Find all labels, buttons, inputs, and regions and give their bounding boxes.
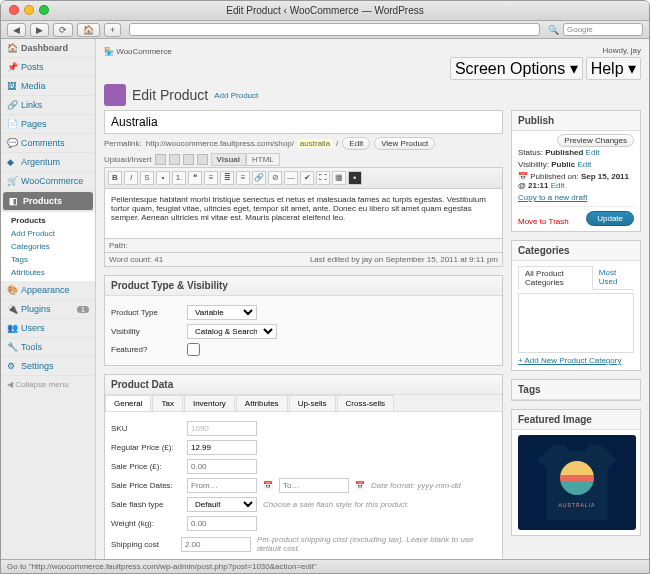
add-product-link[interactable]: Add Product	[214, 91, 258, 100]
copy-draft-link[interactable]: Copy to a new draft	[518, 193, 587, 202]
bold-button[interactable]: B	[108, 171, 122, 185]
align-left-button[interactable]: ≡	[204, 171, 218, 185]
pd-tab-general[interactable]: General	[105, 395, 151, 411]
browser-statusbar: Go to "http://woocommerce.faultpress.com…	[1, 559, 649, 573]
insert-image-button[interactable]: ▪	[348, 171, 362, 185]
menu-woocommerce[interactable]: 🛒WooCommerce	[1, 172, 95, 191]
menu-tools[interactable]: 🔧Tools	[1, 338, 95, 357]
browser-toolbar: ◀ ▶ ⟳ 🏠 + 🔍 Google	[1, 21, 649, 39]
menu-argentum[interactable]: ◆Argentum	[1, 153, 95, 172]
permalink-slug: australia	[298, 139, 332, 148]
ol-button[interactable]: 1.	[172, 171, 186, 185]
edit-visibility-link[interactable]: Edit	[577, 160, 591, 169]
add-button[interactable]: +	[104, 23, 121, 37]
product-title-input[interactable]	[104, 110, 503, 134]
featured-checkbox[interactable]	[187, 343, 200, 356]
forward-button[interactable]: ▶	[30, 23, 49, 37]
edit-status-link[interactable]: Edit	[586, 148, 600, 157]
permalink-edit-button[interactable]: Edit	[342, 137, 370, 150]
pd-tab-upsells[interactable]: Up-sells	[289, 395, 336, 411]
sale-flash-select[interactable]: Default	[187, 497, 257, 512]
product-type-select[interactable]: Variable	[187, 305, 257, 320]
sku-input[interactable]	[187, 421, 257, 436]
spell-button[interactable]: ✔	[300, 171, 314, 185]
menu-settings[interactable]: ⚙Settings	[1, 357, 95, 376]
link-button[interactable]: 🔗	[252, 171, 266, 185]
content-editor[interactable]: Pellentesque habitant morbi tristique se…	[104, 189, 503, 239]
submenu-products-all[interactable]: Products	[11, 214, 95, 227]
sale-from-input[interactable]	[187, 478, 257, 493]
browser-search[interactable]: Google	[563, 23, 643, 36]
add-image-icon[interactable]	[155, 154, 166, 165]
zoom-window-icon[interactable]	[39, 5, 49, 15]
pd-tab-attributes[interactable]: Attributes	[236, 395, 288, 411]
fullscreen-button[interactable]: ⛶	[316, 171, 330, 185]
submenu-categories[interactable]: Categories	[11, 240, 95, 253]
menu-products[interactable]: ◧Products	[3, 192, 93, 211]
close-window-icon[interactable]	[9, 5, 19, 15]
edit-date-link[interactable]: Edit	[551, 181, 565, 190]
pd-tab-crosssells[interactable]: Cross-sells	[337, 395, 395, 411]
back-button[interactable]: ◀	[7, 23, 26, 37]
menu-media[interactable]: 🖼Media	[1, 77, 95, 96]
minimize-window-icon[interactable]	[24, 5, 34, 15]
menu-dashboard[interactable]: 🏠Dashboard	[1, 39, 95, 58]
more-button[interactable]: ―	[284, 171, 298, 185]
calendar-icon[interactable]: 📅	[355, 481, 365, 490]
page-heading: Edit Product	[132, 87, 208, 103]
regular-price-input[interactable]	[187, 440, 257, 455]
view-product-button[interactable]: View Product	[374, 137, 435, 150]
kitchensink-button[interactable]: ▦	[332, 171, 346, 185]
featured-image-thumbnail[interactable]: AUSTRALIA	[518, 435, 636, 530]
cat-tab-most-used[interactable]: Most Used	[593, 266, 634, 289]
move-to-trash-link[interactable]: Move to Trash	[518, 217, 569, 226]
pd-tab-inventory[interactable]: Inventory	[184, 395, 235, 411]
editor-tab-visual[interactable]: Visual	[211, 153, 246, 166]
screen-options-toggle[interactable]: Screen Options ▾	[450, 57, 583, 80]
featured-image-heading: Featured Image	[512, 410, 640, 430]
adminbar-site[interactable]: 🏪 WooCommerce	[104, 47, 172, 56]
ul-button[interactable]: •	[156, 171, 170, 185]
shipping-cost-input[interactable]	[181, 537, 251, 552]
home-button[interactable]: 🏠	[77, 23, 100, 37]
submenu-attributes[interactable]: Attributes	[11, 266, 95, 279]
add-audio-icon[interactable]	[183, 154, 194, 165]
menu-users[interactable]: 👥Users	[1, 319, 95, 338]
pd-tab-tax[interactable]: Tax	[152, 395, 182, 411]
sale-price-input[interactable]	[187, 459, 257, 474]
visibility-select[interactable]: Catalog & Search	[187, 324, 277, 339]
align-center-button[interactable]: ≣	[220, 171, 234, 185]
menu-links[interactable]: 🔗Links	[1, 96, 95, 115]
add-video-icon[interactable]	[169, 154, 180, 165]
menu-plugins[interactable]: 🔌Plugins1	[1, 300, 95, 319]
italic-button[interactable]: I	[124, 171, 138, 185]
sale-to-input[interactable]	[279, 478, 349, 493]
align-right-button[interactable]: ≡	[236, 171, 250, 185]
admin-menu: 🏠Dashboard 📌Posts 🖼Media 🔗Links 📄Pages 💬…	[1, 39, 96, 559]
url-bar[interactable]	[129, 23, 540, 36]
strike-button[interactable]: S	[140, 171, 154, 185]
menu-appearance[interactable]: 🎨Appearance	[1, 281, 95, 300]
editor-tab-html[interactable]: HTML	[246, 153, 280, 166]
menu-posts[interactable]: 📌Posts	[1, 58, 95, 77]
menu-comments[interactable]: 💬Comments	[1, 134, 95, 153]
collapse-menu[interactable]: ◀ Collapse menu	[1, 376, 95, 393]
submenu-add-product[interactable]: Add Product	[11, 227, 95, 240]
add-new-category-link[interactable]: + Add New Product Category	[518, 356, 634, 365]
reload-button[interactable]: ⟳	[53, 23, 73, 37]
submenu-tags[interactable]: Tags	[11, 253, 95, 266]
unlink-button[interactable]: ⊘	[268, 171, 282, 185]
quote-button[interactable]: ❝	[188, 171, 202, 185]
preview-changes-button[interactable]: Preview Changes	[557, 134, 634, 147]
add-media-icon[interactable]	[197, 154, 208, 165]
categories-heading: Categories	[512, 241, 640, 261]
weight-input[interactable]	[187, 516, 257, 531]
calendar-icon[interactable]: 📅	[263, 481, 273, 490]
help-toggle[interactable]: Help ▾	[586, 57, 641, 80]
category-list[interactable]	[518, 293, 634, 353]
menu-pages[interactable]: 📄Pages	[1, 115, 95, 134]
tshirt-graphic: AUSTRALIA	[537, 445, 617, 520]
cat-tab-all[interactable]: All Product Categories	[518, 266, 593, 290]
update-button[interactable]: Update	[586, 211, 634, 226]
permalink-label: Permalink:	[104, 139, 142, 148]
